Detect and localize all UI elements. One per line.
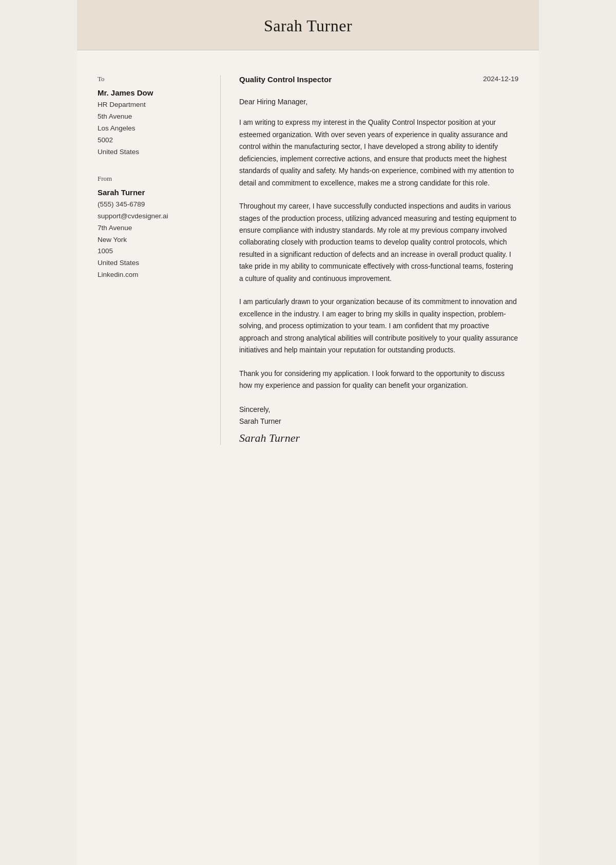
sender-name: Sarah Turner (98, 188, 204, 197)
closing-text: Sincerely, (239, 404, 518, 416)
recipient-department: HR Department (98, 99, 204, 111)
sender-linkedin: Linkedin.com (98, 269, 204, 281)
signature-script: Sarah Turner (239, 431, 518, 445)
recipient-street: 5th Avenue (98, 111, 204, 123)
paragraph-2: Throughout my career, I have successfull… (239, 200, 518, 285)
job-title: Quality Control Inspector (239, 75, 332, 84)
to-section: To Mr. James Dow HR Department 5th Avenu… (98, 75, 204, 158)
recipient-city: Los Angeles (98, 123, 204, 135)
closing-block: Sincerely, Sarah Turner Sarah Turner (239, 404, 518, 445)
paragraph-1: I am writing to express my interest in t… (239, 117, 518, 189)
page-wrapper: Sarah Turner To Mr. James Dow HR Departm… (77, 0, 539, 865)
sender-email: support@cvdesigner.ai (98, 211, 204, 222)
recipient-name: Mr. James Dow (98, 88, 204, 97)
content-area: To Mr. James Dow HR Department 5th Avenu… (77, 50, 539, 465)
sender-postal: 1005 (98, 246, 204, 257)
letter-header-row: Quality Control Inspector 2024-12-19 (239, 75, 518, 84)
header-name: Sarah Turner (98, 16, 518, 35)
closing-name: Sarah Turner (239, 417, 518, 425)
from-section: From Sarah Turner (555) 345-6789 support… (98, 175, 204, 281)
paragraph-4: Thank you for considering my application… (239, 368, 518, 392)
paragraph-3: I am particularly drawn to your organiza… (239, 296, 518, 356)
sender-country: United States (98, 257, 204, 269)
letter-date: 2024-12-19 (483, 75, 518, 83)
salutation: Dear Hiring Manager, (239, 96, 518, 107)
recipient-postal: 5002 (98, 135, 204, 146)
sender-city: New York (98, 234, 204, 246)
header: Sarah Turner (77, 0, 539, 50)
recipient-country: United States (98, 146, 204, 158)
sender-phone: (555) 345-6789 (98, 199, 204, 211)
right-column: Quality Control Inspector 2024-12-19 Dea… (221, 75, 539, 445)
sender-street: 7th Avenue (98, 222, 204, 234)
from-label: From (98, 175, 204, 183)
to-label: To (98, 75, 204, 83)
left-column: To Mr. James Dow HR Department 5th Avenu… (77, 75, 221, 445)
